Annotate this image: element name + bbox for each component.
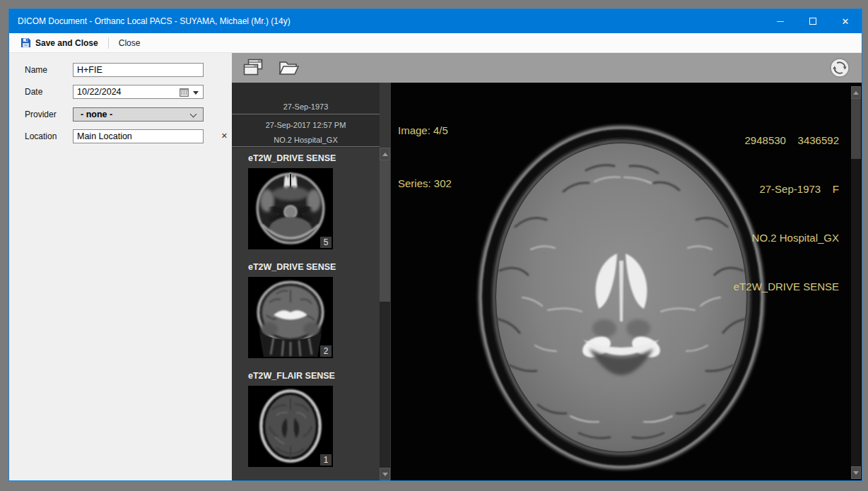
date-field-row: Date 10/22/2024 [9, 85, 232, 99]
close-document-button[interactable]: Close [113, 36, 146, 50]
toolbar-separator [108, 37, 109, 49]
save-icon [20, 37, 31, 48]
viewer-overlay-top-right: 2948530 3436592 27-Sep-1973 F NO.2 Hospi… [734, 100, 839, 327]
close-icon: ✕ [842, 17, 850, 26]
minimize-button[interactable] [764, 9, 797, 33]
series-item-3[interactable]: eT2W_FLAIR SENSE [248, 371, 333, 467]
open-folder-button[interactable] [277, 58, 300, 78]
triangle-up-icon [853, 91, 859, 95]
series-1-image-count: 5 [320, 237, 332, 248]
provider-value: - none - [81, 110, 112, 119]
overlay-series-description: eT2W_DRIVE SENSE [734, 278, 839, 295]
birth-date-sex: 27-Sep-1973 F [734, 181, 839, 197]
series-3-label: eT2W_FLAIR SENSE [248, 371, 333, 381]
date-value: 10/22/2024 [77, 87, 122, 97]
viewer-scrollbar[interactable] [851, 86, 861, 479]
clear-location-icon[interactable]: ✕ [221, 131, 228, 141]
document-form-panel: Name Date 10/22/2024 [9, 53, 232, 480]
institution-name: NO.2 Hospital_GX [232, 131, 380, 147]
triangle-down-icon [853, 471, 859, 475]
title-bar[interactable]: DICOM Document - Orthanc Local PACS - SU… [9, 9, 862, 33]
patient-birth-date: 27-Sep-1973 [232, 102, 380, 114]
image-viewer-panel[interactable]: Image: 4/5 Series: 302 2948530 3436592 2… [391, 83, 862, 480]
series-2-image-count: 2 [320, 345, 332, 357]
viewer-scroll-up-button[interactable] [851, 86, 861, 99]
browser-scrollbar[interactable] [380, 148, 390, 480]
open-folder-icon [278, 59, 299, 77]
date-input[interactable]: 10/22/2024 [73, 85, 204, 99]
series-2-label: eT2W_DRIVE SENSE [248, 262, 333, 272]
location-field-row: Location ✕ [9, 129, 232, 143]
maximize-icon [809, 18, 816, 25]
name-input[interactable] [73, 63, 204, 77]
cascade-windows-icon [242, 59, 264, 77]
provider-field-row: Provider - none - [9, 107, 232, 122]
series-1-thumbnail[interactable]: 5 [248, 168, 333, 249]
sync-icon [829, 57, 850, 78]
patient-name-row [232, 83, 380, 102]
viewer-scroll-thumb[interactable] [851, 99, 861, 159]
desktop-background: DICOM Document - Orthanc Local PACS - SU… [0, 0, 868, 491]
minimize-icon [777, 21, 784, 22]
calendar-icon[interactable] [180, 88, 189, 97]
image-counter: Image: 4/5 [398, 122, 452, 139]
provider-label: Provider [25, 107, 57, 122]
name-field-row: Name [9, 63, 232, 77]
location-input[interactable] [73, 129, 204, 143]
window-controls: ✕ [764, 9, 862, 33]
maximize-button[interactable] [797, 9, 829, 33]
date-dropdown-icon[interactable] [193, 91, 199, 95]
provider-select[interactable]: - none - [73, 107, 204, 122]
series-number: Series: 302 [398, 174, 452, 192]
series-3-image-count: 1 [320, 454, 332, 466]
close-button[interactable]: ✕ [829, 9, 862, 33]
triangle-up-icon [382, 153, 388, 156]
overlay-institution: NO.2 Hospital_GX [734, 230, 839, 246]
browser-scroll-thumb[interactable] [380, 160, 390, 302]
pacs-toolbar [232, 53, 862, 83]
series-item-1[interactable]: eT2W_DRIVE SENSE [248, 153, 333, 249]
chevron-down-icon [190, 111, 197, 118]
viewer-scroll-down-button[interactable] [851, 466, 861, 479]
window-title: DICOM Document - Orthanc Local PACS - SU… [9, 16, 291, 26]
refresh-button[interactable] [829, 57, 850, 78]
app-toolbar: Save and Close Close [9, 33, 862, 53]
browser-scroll-up-button[interactable] [380, 148, 390, 160]
pacs-area: 27-Sep-1973 27-Sep-2017 12:57 PM NO.2 Ho… [232, 53, 862, 480]
browser-scroll-down-button[interactable] [380, 468, 390, 480]
series-browser-panel: 27-Sep-1973 27-Sep-2017 12:57 PM NO.2 Ho… [232, 83, 391, 480]
name-label: Name [25, 63, 47, 77]
save-and-close-label: Save and Close [35, 38, 98, 48]
close-document-label: Close [119, 38, 141, 48]
series-3-thumbnail[interactable]: 1 [248, 386, 333, 467]
series-2-thumbnail[interactable]: 2 [248, 277, 333, 358]
window-content: Name Date 10/22/2024 [9, 53, 862, 480]
patient-ids: 2948530 3436592 [734, 132, 839, 148]
location-label: Location [25, 129, 57, 143]
series-1-label: eT2W_DRIVE SENSE [248, 153, 333, 163]
study-datetime: 27-Sep-2017 12:57 PM [232, 114, 380, 131]
series-browser-button[interactable] [242, 58, 264, 78]
series-item-2[interactable]: eT2W_DRIVE SENSE [248, 262, 333, 358]
triangle-down-icon [382, 473, 388, 476]
dicom-document-window: DICOM Document - Orthanc Local PACS - SU… [8, 8, 862, 481]
date-label: Date [25, 85, 42, 99]
viewer-overlay-top-left: Image: 4/5 Series: 302 [398, 86, 452, 227]
save-and-close-button[interactable]: Save and Close [15, 35, 104, 50]
study-header: 27-Sep-1973 27-Sep-2017 12:57 PM NO.2 Ho… [232, 83, 380, 148]
